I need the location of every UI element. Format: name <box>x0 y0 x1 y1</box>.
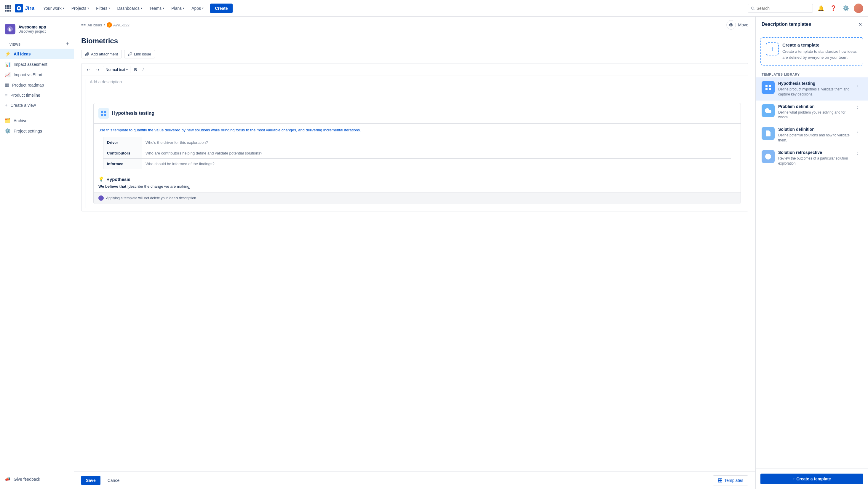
template-description: Use this template to quantify the value … <box>94 124 741 137</box>
sidebar-project: Awesome app Discovery project <box>0 21 74 39</box>
chart-icon: 📊 <box>5 61 11 67</box>
create-template-icon: + <box>766 42 779 55</box>
italic-button[interactable]: I <box>141 66 146 73</box>
table-cell-value: Who should be informed of the findings? <box>142 159 731 169</box>
template-item-solution-retrospective[interactable]: Solution retrospective Review the outcom… <box>756 146 868 170</box>
timeline-icon: ≡ <box>5 92 7 98</box>
watch-button[interactable] <box>726 20 736 30</box>
main-content: ≡≡ All ideas / ⚡ AWE-222 Move Biometrics… <box>74 17 755 489</box>
nav-item-teams[interactable]: Teams ▾ <box>146 4 167 13</box>
svg-rect-15 <box>769 88 771 90</box>
sidebar-item-create-view[interactable]: + Create a view <box>0 100 74 110</box>
templates-button[interactable]: Templates <box>713 476 748 485</box>
avatar[interactable] <box>854 4 863 13</box>
settings-icon: ⚙️ <box>5 128 11 134</box>
create-template-description: Create a template to standardize how ide… <box>782 49 858 60</box>
sidebar-item-label: Product roadmap <box>12 83 44 87</box>
nav-item-filters[interactable]: Filters ▾ <box>93 4 113 13</box>
text-format-label: Normal text <box>105 67 125 72</box>
template-item-more-button[interactable]: ⋮ <box>853 127 862 135</box>
templates-library-label: TEMPLATES LIBRARY <box>756 70 868 78</box>
close-button[interactable]: × <box>859 21 862 27</box>
search-input[interactable] <box>756 6 810 11</box>
editor-body[interactable]: Add a description... Hypothesis testing … <box>82 76 748 211</box>
sidebar-item-archive[interactable]: 🗂️ Archive <box>0 115 74 126</box>
right-panel-bottom: + Create a template <box>756 468 868 489</box>
right-panel-title: Description templates <box>762 22 811 27</box>
table-row: Contributors Who are contributors helpin… <box>103 148 731 159</box>
help-button[interactable]: ❓ <box>829 4 838 13</box>
sidebar-views-header: VIEWS + <box>0 39 74 49</box>
sidebar-item-label: Give feedback <box>13 477 40 482</box>
add-view-button[interactable]: + <box>65 41 69 47</box>
sidebar-item-feedback[interactable]: 📣 Give feedback <box>0 474 74 484</box>
text-format-select[interactable]: Normal text ▾ <box>103 66 130 73</box>
settings-button[interactable]: ⚙️ <box>841 4 850 13</box>
sidebar-item-impact-effort[interactable]: 📈 Impact vs Effort <box>0 69 74 80</box>
redo-button[interactable]: ↪ <box>94 66 101 73</box>
search-box[interactable] <box>748 4 813 13</box>
sidebar-item-all-ideas[interactable]: ⚡ All ideas <box>0 49 74 59</box>
nav-item-dashboards[interactable]: Dashboards ▾ <box>114 4 145 13</box>
logo[interactable]: Jira <box>15 4 34 12</box>
template-icon <box>98 108 109 119</box>
bold-button[interactable]: B <box>132 66 139 73</box>
svg-rect-9 <box>720 479 722 480</box>
template-item-problem-definition[interactable]: Problem definition Define what problem y… <box>756 100 868 124</box>
description-placeholder[interactable]: Add a description... <box>86 76 748 103</box>
nav-item-apps[interactable]: Apps ▾ <box>188 4 207 13</box>
issue-detail: Biometrics Add attachment Link issue ↩ ↪ <box>74 32 755 471</box>
template-item-title: Solution retrospective <box>778 150 849 155</box>
sidebar-item-impact-assesment[interactable]: 📊 Impact assesment <box>0 59 74 69</box>
nav-item-plans[interactable]: Plans ▾ <box>168 4 187 13</box>
template-item-solution-definition[interactable]: Solution definition Define potential sol… <box>756 123 868 146</box>
breadcrumb-all-ideas[interactable]: All ideas <box>87 23 102 27</box>
create-button[interactable]: Create <box>210 4 232 13</box>
nav-item-your-work[interactable]: Your work ▾ <box>40 4 67 13</box>
template-title: Hypothesis testing <box>112 111 154 116</box>
svg-rect-12 <box>766 85 768 87</box>
svg-rect-4 <box>101 111 103 113</box>
sidebar-divider <box>5 113 69 113</box>
create-template-bottom-button[interactable]: + Create a template <box>761 473 863 484</box>
sidebar-item-product-timeline[interactable]: ≡ Product timeline <box>0 90 74 100</box>
project-icon <box>5 24 16 34</box>
list-icon: ⚡ <box>5 51 11 57</box>
template-item-hypothesis-testing[interactable]: Hypothesis testing Define product hypoth… <box>756 78 868 100</box>
sidebar-item-product-roadmap[interactable]: ▦ Product roadmap <box>0 80 74 90</box>
template-item-more-button[interactable]: ⋮ <box>853 150 862 158</box>
template-info-bar: i Applying a template will not delete yo… <box>94 192 741 204</box>
nav-item-projects[interactable]: Projects ▾ <box>68 4 92 13</box>
link-issue-label: Link issue <box>134 52 151 56</box>
save-button[interactable]: Save <box>81 476 100 485</box>
chevron-down-icon: ▾ <box>163 6 164 10</box>
create-template-card[interactable]: + Create a template Create a template to… <box>761 37 863 65</box>
link-issue-button[interactable]: Link issue <box>124 50 155 58</box>
sidebar-item-project-settings[interactable]: ⚙️ Project settings <box>0 126 74 136</box>
undo-button[interactable]: ↩ <box>85 66 92 73</box>
add-attachment-button[interactable]: Add attachment <box>81 50 122 58</box>
move-button[interactable]: Move <box>738 23 748 27</box>
archive-icon: 🗂️ <box>5 118 11 123</box>
notifications-button[interactable]: 🔔 <box>816 4 825 13</box>
sidebar-item-label: Impact vs Effort <box>13 73 42 77</box>
cancel-button[interactable]: Cancel <box>103 476 125 485</box>
template-item-title: Hypothesis testing <box>778 81 849 86</box>
create-template-title: Create a template <box>782 42 858 48</box>
chevron-down-icon: ▾ <box>63 6 64 10</box>
table-row: Driver Who's the driver for this explora… <box>103 137 731 148</box>
hypothesis-text: We believe that [describe the change we … <box>98 184 736 189</box>
template-hypothesis-section: 💡 Hypothesis We believe that [describe t… <box>94 173 741 192</box>
project-info: Awesome app Discovery project <box>19 25 46 33</box>
apps-grid-icon[interactable] <box>5 5 11 11</box>
svg-rect-13 <box>769 85 771 87</box>
template-item-more-button[interactable]: ⋮ <box>853 81 862 89</box>
sidebar-item-label: Create a view <box>10 103 36 108</box>
info-icon: i <box>98 195 104 201</box>
link-icon <box>128 52 132 56</box>
editor-bottom-bar: Save Cancel Templates <box>74 471 755 489</box>
breadcrumb-issue-id[interactable]: AWE-222 <box>113 23 129 27</box>
template-item-more-button[interactable]: ⋮ <box>853 104 862 112</box>
breadcrumb-list-icon: ≡≡ <box>81 23 86 27</box>
eye-icon <box>729 23 734 27</box>
